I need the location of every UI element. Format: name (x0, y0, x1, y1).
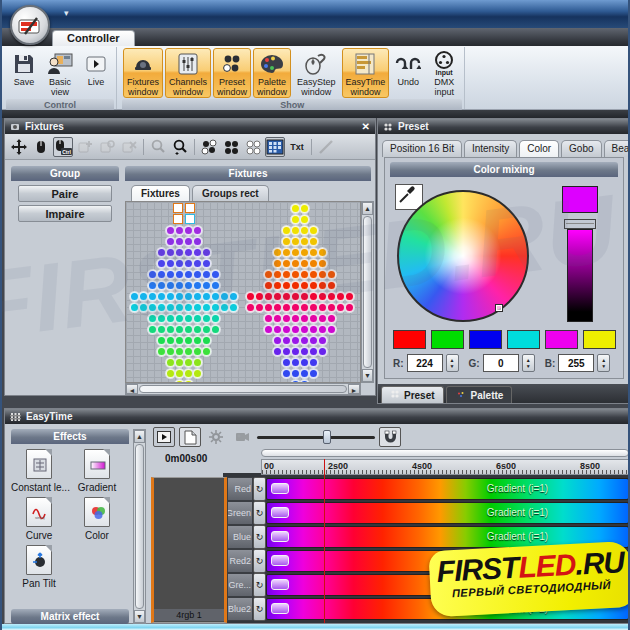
fixture-cell[interactable] (291, 214, 300, 225)
fixture-cell[interactable] (229, 302, 238, 313)
fixture-cell[interactable] (309, 269, 318, 280)
group-button-impaire[interactable]: Impaire (18, 205, 112, 222)
fixture-cell[interactable] (318, 302, 327, 313)
fixture-cell[interactable] (193, 368, 202, 379)
fixture-cell[interactable] (291, 335, 300, 346)
fixture-cell[interactable] (300, 258, 309, 269)
fixture-cell[interactable] (318, 247, 327, 258)
fixture-cell[interactable] (184, 335, 193, 346)
fixture-cell[interactable] (300, 368, 309, 379)
fixture-cell[interactable] (282, 247, 291, 258)
fixture-cell[interactable] (309, 335, 318, 346)
fixture-cell[interactable] (264, 269, 273, 280)
edit-group-icon[interactable] (97, 137, 117, 157)
effect-item-pan-tilt[interactable]: Pan Tilt (11, 545, 67, 589)
mouse-icon[interactable] (31, 137, 51, 157)
fixture-cell[interactable] (148, 269, 157, 280)
scroll-down-icon[interactable]: ▼ (362, 369, 373, 382)
fixture-cell[interactable] (175, 302, 184, 313)
fixture-cell[interactable] (202, 335, 211, 346)
timeline-ruler[interactable]: 002s004s006s008s00 (261, 459, 629, 475)
fixture-cell[interactable] (327, 324, 336, 335)
fixture-cell[interactable] (309, 357, 318, 368)
effects-vscrollbar[interactable]: ▲ ▼ (133, 429, 146, 624)
txt-icon[interactable]: Txt (287, 137, 307, 157)
fixture-cell[interactable] (291, 236, 300, 247)
color-swatch-4[interactable] (545, 330, 578, 349)
fixture-cell[interactable] (202, 324, 211, 335)
fixture-cell[interactable] (211, 269, 220, 280)
fixture-head-icon[interactable] (185, 203, 195, 213)
fixture-cell[interactable] (264, 313, 273, 324)
fixture-cell[interactable] (345, 302, 354, 313)
fixture-cell[interactable] (193, 291, 202, 302)
fixture-cell[interactable] (184, 236, 193, 247)
preset-panel-titlebar[interactable]: Preset (378, 119, 629, 134)
scroll-up-icon[interactable]: ▲ (362, 202, 373, 215)
fixture-cell[interactable] (184, 269, 193, 280)
rgb-spinner-1[interactable]: ▲▼ (522, 354, 535, 372)
fixture-cell[interactable] (273, 302, 282, 313)
ribbon-button-basic-view[interactable]: Basic view (43, 48, 77, 98)
fixture-cell[interactable] (175, 357, 184, 368)
ribbon-button-easystep-window[interactable]: EasyStep window (293, 48, 340, 98)
fixture-cell[interactable] (175, 258, 184, 269)
bottom-tab-preset[interactable]: Preset (381, 386, 444, 403)
fixture-cell[interactable] (166, 269, 175, 280)
fixture-cell[interactable] (166, 302, 175, 313)
fixture-cell[interactable] (246, 291, 255, 302)
fixture-cell[interactable] (166, 247, 175, 258)
color-swatch-0[interactable] (393, 330, 426, 349)
loop-icon[interactable]: ↻ (253, 501, 266, 525)
fixture-cell[interactable] (282, 324, 291, 335)
fixture-cell[interactable] (300, 280, 309, 291)
fixture-cell[interactable] (202, 269, 211, 280)
fixture-cell[interactable] (202, 346, 211, 357)
fixture-cell[interactable] (175, 335, 184, 346)
fixture-cell[interactable] (175, 368, 184, 379)
fixture-cell[interactable] (327, 269, 336, 280)
fixture-cell[interactable] (184, 313, 193, 324)
ribbon-button-undo[interactable]: Undo (391, 48, 425, 98)
fixture-head-icon[interactable] (185, 214, 195, 224)
fixture-cell[interactable] (166, 346, 175, 357)
fixture-cell[interactable] (300, 324, 309, 335)
window-titlebar[interactable] (2, 0, 630, 28)
close-icon[interactable]: ✕ (362, 121, 370, 132)
fixture-cell[interactable] (148, 302, 157, 313)
fixture-cell[interactable] (282, 258, 291, 269)
color-wheel-selector[interactable] (495, 304, 503, 312)
fixture-cell[interactable] (211, 280, 220, 291)
fixture-cell[interactable] (193, 225, 202, 236)
fixture-cell[interactable] (282, 225, 291, 236)
fixture-cell[interactable] (273, 313, 282, 324)
loop-icon[interactable]: ↻ (253, 525, 266, 549)
fixture-cell[interactable] (327, 313, 336, 324)
fixture-cell[interactable] (166, 335, 175, 346)
fixture-cell[interactable] (300, 357, 309, 368)
fixture-cell[interactable] (291, 269, 300, 280)
fixtures-grid[interactable] (125, 201, 361, 383)
fixture-cell[interactable] (300, 247, 309, 258)
loop-icon[interactable]: ↻ (253, 597, 266, 621)
fixture-cell[interactable] (175, 324, 184, 335)
fixture-cell[interactable] (327, 291, 336, 302)
fixture-cell[interactable] (291, 247, 300, 258)
fixture-cell[interactable] (193, 313, 202, 324)
select-all-icon[interactable] (221, 137, 241, 157)
timeline-hscrollbar[interactable] (261, 449, 629, 457)
tab-controller[interactable]: Controller (52, 30, 135, 46)
fixture-cell[interactable] (318, 313, 327, 324)
mouse-ctrl-icon[interactable]: Ctrl (53, 137, 73, 157)
fixture-cell[interactable] (211, 313, 220, 324)
fixture-cell[interactable] (327, 302, 336, 313)
fixture-cell[interactable] (157, 313, 166, 324)
fixture-cell[interactable] (291, 302, 300, 313)
fixture-cell[interactable] (229, 291, 238, 302)
fixture-cell[interactable] (246, 302, 255, 313)
fixture-cell[interactable] (300, 225, 309, 236)
fixture-cell[interactable] (273, 324, 282, 335)
effect-item-constant-le[interactable]: Constant le... (11, 449, 67, 493)
fixture-cell[interactable] (220, 291, 229, 302)
track-clip[interactable]: Gradient (i=1) (266, 502, 629, 524)
